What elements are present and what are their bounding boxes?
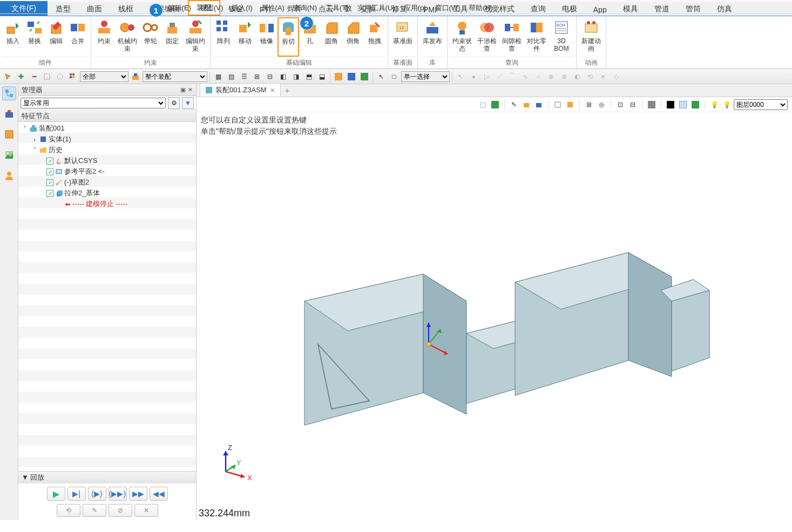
tb-icon[interactable]: ◧ <box>277 71 289 83</box>
tb-icon[interactable]: □ <box>388 71 400 83</box>
tb-icon[interactable] <box>346 71 357 83</box>
vt-icon[interactable] <box>521 99 532 110</box>
tab-simulation[interactable]: 仿真 <box>709 2 740 16</box>
tb-icon[interactable]: ∿ <box>519 71 531 83</box>
tab-modeling[interactable]: 造型 <box>48 2 79 16</box>
vt-icon[interactable] <box>533 99 544 110</box>
rewind-button[interactable]: ◀◀ <box>150 487 168 501</box>
tb-icon[interactable] <box>333 71 344 83</box>
drag-button[interactable]: 拖拽 <box>364 17 385 57</box>
insert-button[interactable]: 插入 <box>2 17 24 57</box>
select-rect-icon[interactable] <box>41 71 53 83</box>
fast-fwd-button[interactable]: (▶▶) <box>109 487 127 501</box>
mech-constraint-button[interactable]: 机械约束 <box>115 17 140 57</box>
vt-icon[interactable] <box>690 99 701 110</box>
manager-tab-view-icon[interactable] <box>2 127 16 141</box>
pb-tool-2[interactable]: ✎ <box>83 504 106 517</box>
menu-window[interactable]: 窗口(W) <box>431 2 465 14</box>
cut-button[interactable]: 剪切 <box>277 17 299 57</box>
play-button[interactable]: ▶ <box>47 487 65 501</box>
vt-icon[interactable] <box>490 99 500 110</box>
display-select[interactable]: 显示常用 <box>21 98 166 108</box>
tb-icon[interactable] <box>358 71 370 83</box>
manager-tab-tree-icon[interactable] <box>2 86 16 100</box>
tree-stop[interactable]: ⬅ ----- 建模停止 ----- <box>18 199 196 209</box>
tree-sketch[interactable]: ✓(-)草图2 <box>18 177 196 188</box>
add-tab-button[interactable]: + <box>281 85 294 97</box>
mirror-button[interactable]: 镜像 <box>256 17 277 57</box>
vt-icon[interactable]: ✎ <box>509 99 519 110</box>
interference-button[interactable]: 干涉检查 <box>475 17 499 57</box>
manager-tab-assembly-icon[interactable] <box>2 107 16 121</box>
select-scope-2[interactable]: 整个装配 <box>143 71 207 82</box>
select-color-icon[interactable] <box>67 71 79 83</box>
select-scope-1[interactable]: 全部 <box>80 71 128 82</box>
tab-app[interactable]: App <box>585 3 615 16</box>
minus-icon[interactable]: ━ <box>28 71 40 83</box>
menu-insert[interactable]: 插入(I) <box>227 2 256 14</box>
tb-icon[interactable]: ○ <box>532 71 544 83</box>
tb-icon[interactable]: ⬒ <box>303 71 315 83</box>
assembly-filter-icon[interactable] <box>130 71 141 83</box>
edit-button[interactable]: 编辑 <box>45 17 67 57</box>
settings-icon[interactable]: ⚙ <box>168 97 180 109</box>
constraint-state-button[interactable]: 约束状态 <box>450 17 475 57</box>
vt-icon[interactable] <box>646 99 657 110</box>
tb-icon[interactable]: ☰ <box>238 71 250 83</box>
tab-query[interactable]: 查询 <box>523 2 554 16</box>
manager-tab-image-icon[interactable] <box>2 148 16 162</box>
tb-icon[interactable]: ↖ <box>455 71 466 83</box>
tb-icon[interactable]: ▤ <box>225 71 237 83</box>
pb-tool-4[interactable]: ✕ <box>134 504 158 517</box>
step-fwd-button[interactable]: ▶| <box>67 487 86 501</box>
select-lasso-icon[interactable] <box>54 71 66 83</box>
vt-icon[interactable]: ⊡ <box>615 99 626 110</box>
end-button[interactable]: ▶▶ <box>129 487 147 501</box>
tb-icon[interactable]: ● <box>468 71 479 83</box>
move-button[interactable]: 移动 <box>234 17 256 57</box>
tb-icon[interactable]: ◐ <box>571 71 583 83</box>
menu-attr[interactable]: 属性(A) <box>257 2 289 14</box>
datum-plane-button[interactable]: 12基准面 <box>390 17 415 57</box>
bom-button[interactable]: BOM3D BOM <box>549 17 574 57</box>
feature-tree[interactable]: ˅装配001 ›实体(1) ˅历史 ✓默认CSYS ✓参考平面2 <- ✓(-)… <box>18 122 196 471</box>
close-tab-icon[interactable]: ✕ <box>270 87 275 94</box>
skip-fwd-button[interactable]: (▶) <box>88 487 106 501</box>
clearance-button[interactable]: 间隙检查 <box>499 17 524 57</box>
playback-header[interactable]: ▼ 回放 <box>18 472 196 483</box>
tb-icon[interactable]: ⟋ <box>493 71 505 83</box>
tree-refplane[interactable]: ✓参考平面2 <- <box>18 166 196 177</box>
menu-apps[interactable]: 应用(p) <box>400 2 431 14</box>
tb-icon[interactable]: ◇ <box>610 71 622 83</box>
vt-color-blue[interactable] <box>678 99 688 110</box>
tree-root[interactable]: ˅装配001 <box>18 123 196 134</box>
fillet-button[interactable]: 圆角 <box>321 17 342 57</box>
doc-tab-active[interactable]: 装配001.Z3ASM ✕ <box>200 83 281 97</box>
menu-edit[interactable]: 编辑(E) <box>164 2 195 14</box>
tb-icon[interactable]: ↖ <box>375 71 387 83</box>
menu-help[interactable]: 帮助(H) <box>464 2 497 14</box>
tb-icon[interactable]: ⌒ <box>506 71 518 83</box>
merge-button[interactable]: 合并 <box>67 17 89 57</box>
tab-surface[interactable]: 曲面 <box>79 2 110 16</box>
chamfer-button[interactable]: 倒角 <box>342 17 364 57</box>
tree-body[interactable]: ›实体(1) <box>18 134 196 145</box>
vt-wireframe-icon[interactable] <box>552 99 563 110</box>
tb-icon[interactable]: ⊟ <box>264 71 276 83</box>
new-animation-button[interactable]: 新建动画 <box>579 17 604 57</box>
tb-icon[interactable]: ⊕ <box>545 71 557 83</box>
menu-query[interactable]: 查询(N) <box>289 2 321 14</box>
menu-tools[interactable]: 工具(T) <box>321 2 353 14</box>
minimize-icon[interactable]: ▣ <box>180 86 186 93</box>
tree-csys[interactable]: ✓默认CSYS <box>18 155 196 166</box>
tree-extrude[interactable]: ✓拉伸2_基体 <box>18 188 196 199</box>
tb-icon[interactable]: ⊞ <box>251 71 263 83</box>
manager-tab-user-icon[interactable] <box>2 168 16 182</box>
select-mode[interactable]: 单一选择 <box>401 71 450 82</box>
vt-icon[interactable]: ⬚ <box>477 99 488 110</box>
vt-icon[interactable]: ◎ <box>596 99 607 110</box>
tb-icon[interactable]: ▷ <box>480 71 492 83</box>
menu-utilities[interactable]: 实用工具(U) <box>353 2 400 14</box>
cursor-icon[interactable] <box>2 71 14 83</box>
compare-button[interactable]: 对比零件 <box>524 17 549 57</box>
